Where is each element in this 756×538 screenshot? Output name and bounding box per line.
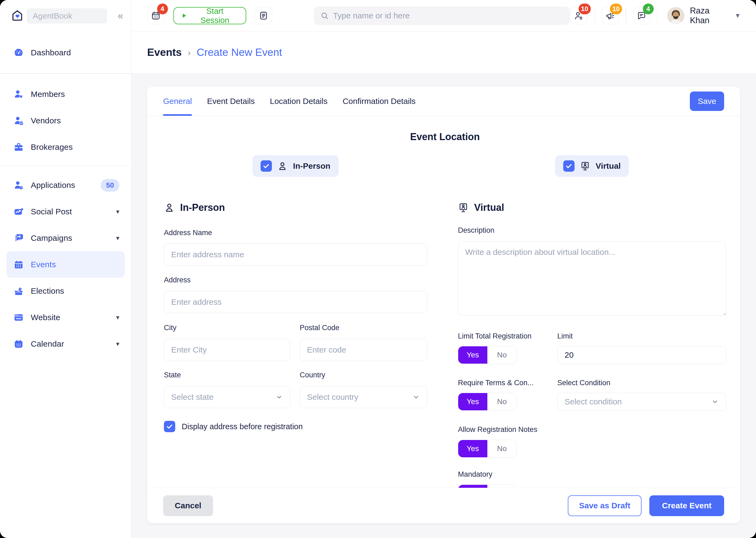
display-address-checkbox-row: Display address before registration: [164, 421, 427, 432]
checkbox-checked-icon[interactable]: [563, 160, 574, 172]
country-label: Country: [300, 371, 427, 379]
chevron-down-icon: [711, 398, 719, 405]
page-title: Event Location: [164, 131, 726, 142]
sidebar-item-label: Campaigns: [31, 234, 72, 243]
dashboard-icon: [14, 47, 24, 58]
person-icon: [164, 202, 175, 213]
sidebar-item-label: Elections: [31, 287, 64, 296]
address-name-input[interactable]: [164, 243, 427, 266]
description-label: Description: [458, 226, 726, 235]
city-input[interactable]: [164, 339, 290, 361]
notes-button[interactable]: [255, 7, 272, 24]
calendar-badge: 4: [157, 4, 168, 14]
sidebar-item-social-post[interactable]: Social Post ▾: [0, 198, 131, 225]
sidebar-item-vendors[interactable]: Vendors: [0, 107, 131, 134]
registration-notes-toggle[interactable]: Yes No: [458, 440, 517, 457]
virtual-heading: Virtual: [458, 202, 726, 214]
sidebar-item-events[interactable]: Events: [7, 251, 125, 278]
applications-icon: ?: [14, 180, 24, 190]
sidebar-item-label: Calendar: [31, 339, 64, 349]
limit-input[interactable]: [557, 346, 726, 364]
sidebar-item-label: Dashboard: [31, 48, 71, 57]
checkbox-checked-icon[interactable]: [164, 421, 175, 432]
postal-code-label: Postal Code: [300, 324, 427, 332]
sidebar-item-members[interactable]: Members: [0, 81, 131, 107]
limit-label: Limit: [557, 332, 726, 341]
state-label: State: [164, 371, 290, 379]
limit-registration-toggle[interactable]: Yes No: [458, 346, 517, 364]
cancel-button[interactable]: Cancel: [163, 495, 213, 516]
toggle-no[interactable]: No: [487, 485, 516, 488]
members-icon: [14, 89, 24, 99]
sidebar-item-label: Events: [31, 260, 56, 269]
toggle-yes[interactable]: Yes: [458, 393, 487, 410]
sidebar-item-label: Website: [31, 313, 60, 322]
sidebar-item-elections[interactable]: Elections: [0, 278, 131, 304]
campaigns-icon: [14, 233, 24, 243]
breadcrumb: Events › Create New Event: [132, 31, 756, 73]
description-textarea[interactable]: [458, 241, 726, 316]
chevron-down-icon: [412, 393, 420, 401]
in-person-column: In-Person In-Person Address Name Address: [164, 155, 427, 488]
sidebar-item-campaigns[interactable]: Campaigns ▾: [0, 225, 131, 251]
chevron-down-icon: ▾: [116, 234, 119, 242]
address-label: Address: [164, 276, 427, 284]
terms-toggle-label: Require Terms & Con...: [458, 379, 557, 387]
user-avatar[interactable]: [667, 7, 684, 24]
address-name-label: Address Name: [164, 229, 427, 237]
sidebar-nav: Dashboard Members Vendors Brokerages: [0, 39, 131, 357]
state-select[interactable]: Select state: [164, 386, 290, 408]
sidebar-item-brokerages[interactable]: Brokerages: [0, 134, 131, 160]
condition-label: Select Condition: [557, 379, 726, 387]
toggle-no[interactable]: No: [487, 346, 516, 364]
sidebar-item-label: Social Post: [31, 207, 72, 216]
search-input[interactable]: [333, 11, 564, 20]
tab-confirmation-details[interactable]: Confirmation Details: [343, 87, 415, 116]
checkbox-checked-icon[interactable]: [260, 160, 272, 172]
events-icon: [14, 259, 24, 270]
sidebar-item-applications[interactable]: ? Applications 50: [0, 172, 131, 198]
social-post-icon: [14, 206, 24, 217]
sidebar-item-dashboard[interactable]: Dashboard: [0, 39, 131, 66]
announcements-button[interactable]: 10: [602, 7, 619, 24]
sidebar-item-website[interactable]: www Website ▾: [0, 304, 131, 331]
contacts-button[interactable]: 10: [570, 7, 587, 24]
limit-toggle-label: Limit Total Registration: [458, 332, 557, 341]
sidebar-item-calendar[interactable]: Calendar ▾: [0, 331, 131, 357]
save-button[interactable]: Save: [690, 91, 724, 111]
user-menu-caret-icon[interactable]: ▼: [734, 12, 741, 20]
address-input[interactable]: [164, 291, 427, 313]
condition-select[interactable]: Select condition: [557, 393, 726, 410]
divider: [657, 8, 658, 23]
breadcrumb-events[interactable]: Events: [147, 46, 182, 58]
require-terms-toggle[interactable]: Yes No: [458, 393, 517, 410]
start-session-button[interactable]: Start Session: [173, 7, 246, 24]
toggle-yes[interactable]: Yes: [458, 485, 487, 488]
global-search: [314, 7, 570, 25]
virtual-checkbox-pill[interactable]: Virtual: [555, 155, 629, 177]
form-tabs: General Event Details Location Details C…: [147, 87, 740, 116]
country-select[interactable]: Select country: [300, 386, 427, 408]
create-event-button[interactable]: Create Event: [649, 495, 724, 516]
user-name[interactable]: Raza Khan: [690, 6, 730, 26]
elections-icon: [14, 286, 24, 296]
tab-event-details[interactable]: Event Details: [207, 87, 255, 116]
mandatory-toggle[interactable]: Yes No: [458, 485, 517, 488]
breadcrumb-separator: ›: [188, 47, 190, 58]
postal-code-input[interactable]: [300, 339, 427, 361]
toggle-no[interactable]: No: [487, 440, 516, 457]
sidebar-collapse-icon[interactable]: «: [118, 11, 123, 21]
tab-location-details[interactable]: Location Details: [270, 87, 327, 116]
in-person-checkbox-pill[interactable]: In-Person: [252, 155, 338, 177]
sidebar-item-label: Vendors: [31, 116, 61, 125]
virtual-screen-icon: [458, 202, 469, 213]
notes-toggle-label: Allow Registration Notes: [458, 425, 726, 434]
toggle-yes[interactable]: Yes: [458, 440, 487, 457]
divider: [625, 8, 626, 23]
toggle-yes[interactable]: Yes: [458, 346, 487, 364]
save-as-draft-button[interactable]: Save as Draft: [568, 495, 641, 516]
tab-general[interactable]: General: [163, 87, 192, 116]
messages-button[interactable]: 4: [633, 7, 650, 24]
calendar-button[interactable]: 4: [147, 7, 164, 24]
toggle-no[interactable]: No: [487, 393, 516, 410]
